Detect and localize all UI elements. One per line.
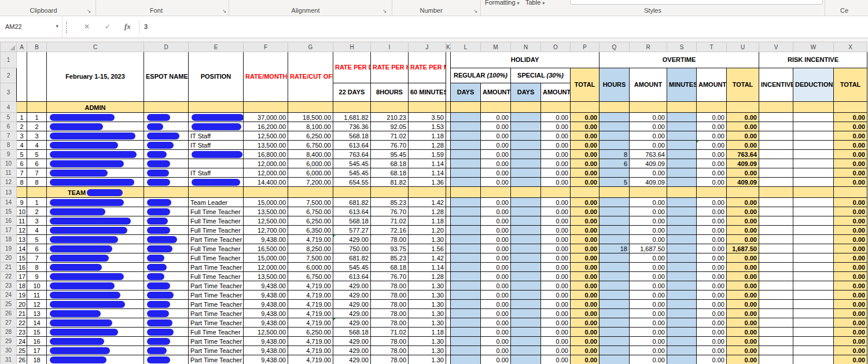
cell-rate-month[interactable] [244, 187, 288, 198]
cell-risk-total[interactable]: 0.00 [834, 272, 867, 281]
cell-rate-minute[interactable]: 1.36 [409, 178, 446, 187]
cell-holiday-special-days[interactable] [511, 131, 541, 141]
cell-ot-amount[interactable]: 0.00 [630, 226, 667, 235]
cell-rate-day[interactable]: 429.00 [333, 300, 371, 309]
cell-rate-month[interactable]: 12,000.00 [244, 263, 288, 272]
row-header[interactable]: 10 [1, 159, 17, 168]
cell-holiday-regular-days[interactable] [451, 253, 481, 263]
cell-espot-name[interactable] [144, 198, 189, 207]
cell-rate-day[interactable]: 429.00 [333, 355, 371, 364]
cell-num-a[interactable]: 16 [17, 263, 27, 272]
cell-risk-total[interactable]: 0.00 [834, 291, 867, 300]
formula-input[interactable]: 3 [144, 23, 148, 30]
cell-holiday-regular-amount[interactable]: 0.00 [481, 159, 511, 168]
cell-ot-hours[interactable] [599, 168, 630, 178]
cell-holiday-special-amount[interactable]: 0.00 [541, 141, 571, 150]
cell-ot-minutes[interactable] [667, 355, 697, 364]
cell-deductions[interactable] [793, 309, 834, 318]
cell-incentive[interactable] [759, 235, 793, 244]
cell-ot-amount[interactable]: 0.00 [630, 122, 667, 131]
cell-rate-cutoff[interactable]: 6,000.00 [288, 263, 333, 272]
cell-incentive[interactable] [759, 207, 793, 216]
cell-ot-amount[interactable]: 0.00 [630, 272, 667, 281]
row-header[interactable]: 31 [1, 355, 17, 364]
cell-incentive[interactable] [759, 272, 793, 281]
cell-rate-hour[interactable]: 78.00 [371, 281, 409, 291]
cell-holiday-regular-amount[interactable]: 0.00 [481, 141, 511, 150]
cell-spacer[interactable] [446, 122, 451, 131]
cell-ot-total[interactable]: 0.00 [727, 272, 759, 281]
cell-rate-day[interactable]: 681.82 [333, 253, 371, 263]
cell-ot-minutes-amount[interactable]: 0.00 [697, 355, 727, 364]
cell-num-b[interactable]: 13 [27, 309, 47, 318]
cell-rate-minute[interactable]: 1.28 [409, 272, 446, 281]
cell-position[interactable]: Part Time Teacher [189, 346, 244, 355]
format-as-table-button[interactable]: Table▾ [525, 0, 545, 6]
cell-holiday-regular-days[interactable] [451, 102, 481, 113]
cell-holiday-total[interactable]: 0.00 [571, 159, 599, 168]
row-header[interactable]: 28 [1, 328, 17, 337]
cell-ot-total[interactable]: 0.00 [727, 207, 759, 216]
cell-rate-hour[interactable]: 76.70 [371, 207, 409, 216]
cell-deductions[interactable] [793, 113, 834, 122]
cell-ot-total[interactable]: 0.00 [727, 122, 759, 131]
deductions-header[interactable]: DEDUCTIONS [793, 68, 834, 102]
cell-ot-amount[interactable]: 409.09 [630, 159, 667, 168]
cell-ot-total[interactable]: 763.64 [727, 150, 759, 159]
cell-rate-minute[interactable]: 1.56 [409, 244, 446, 253]
cell-rate-month[interactable]: 9,438.00 [244, 300, 288, 309]
cell-rate-cutoff[interactable]: 6,750.00 [288, 272, 333, 281]
cell-ot-total[interactable]: 0.00 [727, 113, 759, 122]
column-header-C[interactable]: C [47, 42, 144, 52]
cell-holiday-total[interactable]: 0.00 [571, 113, 599, 122]
row-header[interactable]: 9 [1, 150, 17, 159]
cell-rate-month[interactable]: 9,438.00 [244, 235, 288, 244]
cell-employee-name[interactable] [47, 281, 144, 291]
cell-employee-name[interactable] [47, 216, 144, 226]
row-header[interactable]: 1 [1, 52, 17, 68]
cell-ot-minutes[interactable] [667, 122, 697, 131]
cell-risk-total[interactable]: 0.00 [834, 318, 867, 328]
cell-holiday-regular-amount[interactable]: 0.00 [481, 281, 511, 291]
column-header-T[interactable]: T [697, 42, 727, 52]
cell-holiday-special-days[interactable] [511, 113, 541, 122]
overtime-header[interactable]: OVERTIME [599, 52, 759, 68]
cell-ot-amount[interactable]: 0.00 [630, 355, 667, 364]
cell-holiday-special-days[interactable] [511, 309, 541, 318]
cell-rate-minute[interactable]: 1.42 [409, 198, 446, 207]
cell-holiday-special-days[interactable] [511, 178, 541, 187]
cell-rate-hour[interactable]: 95.45 [371, 150, 409, 159]
cell-risk-total[interactable]: 0.00 [834, 168, 867, 178]
cell-holiday-regular-amount[interactable]: 0.00 [481, 150, 511, 159]
cell-rate-cutoff[interactable]: 6,250.00 [288, 328, 333, 337]
cell-risk-total[interactable]: 0.00 [834, 216, 867, 226]
cell-incentive[interactable] [759, 178, 793, 187]
cell-incentive[interactable] [759, 216, 793, 226]
cell-num-b[interactable]: 15 [27, 328, 47, 337]
cell-num-a[interactable]: 2 [17, 122, 27, 131]
cell-holiday-regular-amount[interactable]: 0.00 [481, 207, 511, 216]
cell-holiday-total[interactable]: 0.00 [571, 168, 599, 178]
cell-ot-hours[interactable] [599, 235, 630, 244]
cell-position[interactable]: IT Staff [189, 168, 244, 178]
cell-incentive[interactable] [759, 253, 793, 263]
cell-rate-day[interactable]: 545.45 [333, 168, 371, 178]
row-header[interactable]: 11 [1, 168, 17, 178]
cell-ot-minutes-amount[interactable]: 0.00 [697, 207, 727, 216]
cell-ot-total[interactable]: 0.00 [727, 346, 759, 355]
cell-ot-minutes[interactable] [667, 131, 697, 141]
cell-holiday-regular-amount[interactable] [481, 102, 511, 113]
cell-espot-name[interactable] [144, 346, 189, 355]
holiday-special-header[interactable]: SPECIAL (30%) [511, 68, 571, 83]
cell-ot-amount[interactable]: 0.00 [630, 263, 667, 272]
cell-holiday-total[interactable]: 0.00 [571, 346, 599, 355]
cell-holiday-special-days[interactable] [511, 226, 541, 235]
cell-position[interactable]: IT Staff [189, 131, 244, 141]
cell-num-b[interactable]: 8 [27, 263, 47, 272]
cell-espot-name[interactable] [144, 253, 189, 263]
cell-incentive[interactable] [759, 198, 793, 207]
column-header-L[interactable]: L [451, 42, 481, 52]
cell-position[interactable]: Part Time Teacher [189, 355, 244, 364]
cell-rate-minute[interactable]: 1.28 [409, 207, 446, 216]
cell-rate-hour[interactable]: 71.02 [371, 328, 409, 337]
